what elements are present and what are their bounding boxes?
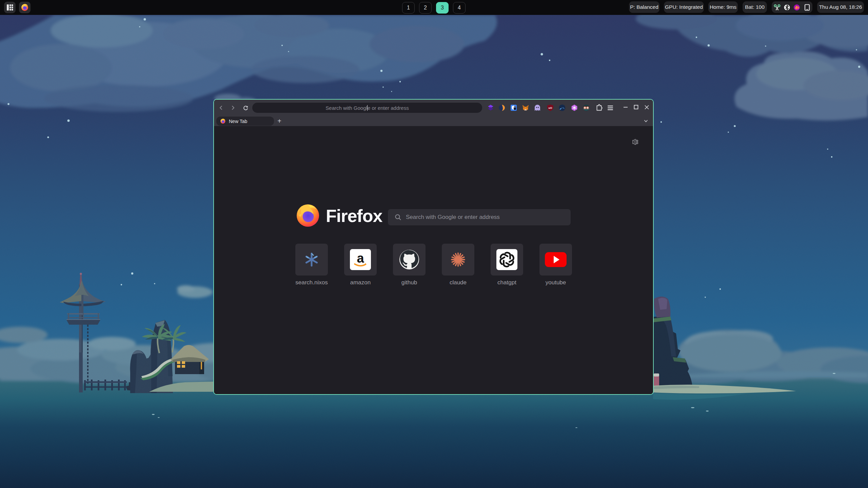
svg-text:a: a <box>357 251 364 265</box>
svg-text:uO: uO <box>548 106 552 109</box>
